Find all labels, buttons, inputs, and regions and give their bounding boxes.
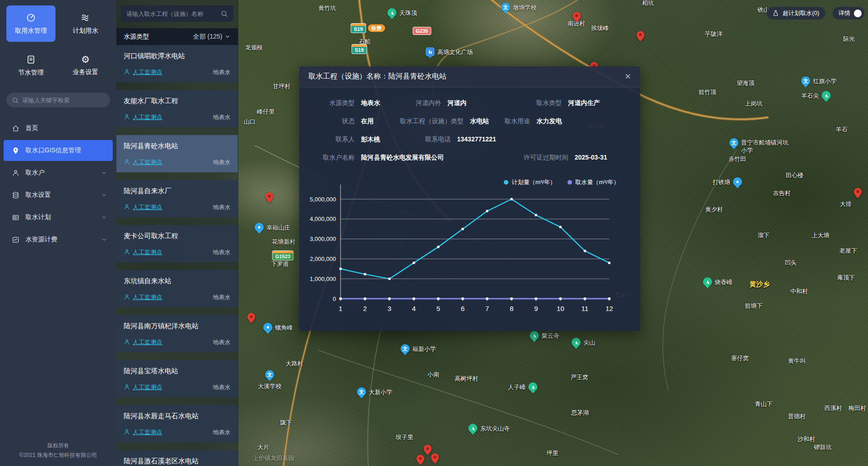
data-point-marker [486,210,488,212]
search-icon[interactable] [221,10,228,17]
manual-monitor-link[interactable]: 人工监测点 [124,248,162,256]
red-pin-marker[interactable] [637,31,644,41]
facility-list-item[interactable]: 东坑镇自来水站人工监测点地表水 [116,270,238,307]
map-marker-blue[interactable]: 幸福山庄 [255,223,264,236]
facility-search-input[interactable] [126,10,221,17]
facility-list-item[interactable]: 陆河县宝塔水电站人工监测点地表水 [116,360,238,397]
map-place-label: 寨仔窝 [731,354,749,362]
manual-monitor-link[interactable]: 人工监测点 [124,158,162,166]
red-pin-marker[interactable] [573,12,581,22]
data-point-marker [388,278,391,280]
app-window: 黄竹坑相坑铁山南进村挨垅峰芋陂洋际光龙颈根石船甘坪村峰仔里山口望海顶箭竹顶上岗坑… [0,0,868,466]
facility-list-item[interactable]: 陆河县自来水厂人工监测点地表水 [116,180,238,217]
map-place-label: 挨垅峰 [591,24,609,32]
facility-list-item[interactable]: 友能水厂取水工程人工监测点地表水 [116,90,238,127]
map-marker-green[interactable]: 羊石尖 [822,91,831,104]
green-marker-icon [468,424,477,433]
green-marker-icon [528,382,537,391]
facility-list-item[interactable]: 陆河县青砼水电站人工监测点地表水 [116,135,238,172]
user-icon [12,169,20,177]
map-marker-green[interactable]: 人子嶂 [528,382,537,396]
red-pin-marker[interactable] [266,192,273,203]
sidebar-item-5[interactable]: 取水计划 [4,207,113,228]
map-marker-school[interactable]: 文大溪学校 [265,370,274,383]
manual-monitor-link[interactable]: 人工监测点 [124,113,162,121]
red-pin-marker[interactable] [424,445,431,455]
legend-item[interactable]: 计划量（m³/年） [504,178,556,186]
map-marker-school[interactable]: 文墩塘学校 [501,3,510,16]
map-marker-culture[interactable]: 高塘文化广场 [426,47,435,60]
module-button-3[interactable]: 节水管理 [6,47,55,84]
filter-label: 水源类型 [124,33,149,41]
marker-label: 螺角峰 [275,324,293,332]
manual-monitor-link[interactable]: 人工监测点 [124,383,162,391]
module-label: 业务设置 [73,68,98,76]
plan-icon [12,214,20,221]
modal-field-row: 取水户名称陆河县青砼水电发展有限公司许可证过期时间2025-03-31 [311,154,628,162]
detail-toggle-knob[interactable] [854,10,862,17]
field-label: 取水用途 [505,117,537,125]
map-marker-school[interactable]: 文大新小学 [357,387,366,401]
map-place-label: 中和村 [790,287,808,296]
map-marker-green[interactable]: 天珠顶 [387,8,396,21]
sidebar-item-3[interactable]: 取水户 [4,162,113,183]
field-value: 河道内 [447,99,467,107]
facility-name: 陆河县南万镇杞洋水电站 [124,322,231,331]
marker-tail [428,56,432,60]
map-marker-green[interactable]: 东坑尖山寺 [468,424,477,437]
manual-monitor-link[interactable]: 人工监测点 [124,203,162,211]
detail-toggle[interactable]: 详情 [833,7,864,20]
marker-tail [705,286,710,291]
map-marker-school[interactable]: 文红旗小学 [801,76,810,90]
sidebar-item-2[interactable]: 取水口GIS信息管理 [4,140,113,161]
water-source-type: 地表水 [213,428,231,436]
map-marker-blue[interactable]: 螺角峰 [263,323,272,336]
map-marker-green[interactable]: 尖山 [572,338,581,351]
sidebar: 取用水管理计划用水节水管理⚙业务设置 首页取水口GIS信息管理取水户取水设置取水… [0,0,116,466]
modal-field: 水源类型地表水 [311,99,416,107]
module-button-4[interactable]: ⚙业务设置 [61,47,110,84]
chart-tick-label: 3 [387,305,391,312]
facility-name: 河口镇唱歌潭水电站 [124,52,231,60]
map-place-label: 大路村 [286,360,303,368]
modal-title: 取水工程（设施）名称：陆河县青砼水电站 [308,72,447,81]
manual-monitor-link[interactable]: 人工监测点 [124,293,162,301]
sidebar-item-4[interactable]: 取水设置 [4,185,113,205]
green-marker-icon [530,331,539,340]
manual-monitor-link[interactable]: 人工监测点 [124,68,162,76]
monitor-label: 人工监测点 [133,248,162,256]
map-marker-green[interactable]: 聚云寺 [530,331,539,344]
map-marker-green[interactable]: 烧香嶂 [703,277,712,291]
facility-list-item[interactable]: 河口镇唱歌潭水电站人工监测点地表水 [116,45,238,82]
keyword-search-input[interactable] [22,97,105,104]
facility-list-item[interactable]: 陆河县激石溪老区水电站人工监测点地表水 [116,450,238,466]
chart-tick-label: 11 [581,305,588,312]
manual-monitor-link[interactable]: 人工监测点 [124,338,162,346]
blue-marker-icon [263,323,272,332]
facility-list-item[interactable]: 陆河县水唇走马石水电站人工监测点地表水 [116,405,238,442]
sidebar-item-1[interactable]: 首页 [4,118,113,139]
red-pin-marker[interactable] [416,455,424,465]
map-marker-school[interactable]: 文福新小学 [401,344,410,357]
map-marker-school[interactable]: 文普宁市船埔镇河坑小学 [729,138,738,151]
map-marker-blue[interactable]: 打铁塘 [733,177,742,190]
water-source-type: 地表水 [213,158,231,166]
manual-monitor-link[interactable]: 人工监测点 [124,428,162,436]
filter-value-dropdown[interactable]: 全部 (125) [193,33,231,41]
red-pin-marker[interactable] [431,453,439,464]
module-button-1[interactable]: 取用水管理 [6,5,55,42]
red-pin-marker[interactable] [854,188,862,198]
module-button-2[interactable]: 计划用水 [61,5,110,42]
modal-field-row: 联系人彭木桃联系电话13432771221 [311,135,628,144]
facility-list-item[interactable]: 麦卡公司取水工程人工监测点地表水 [116,225,238,262]
red-pin-marker[interactable] [247,313,255,323]
chart-tick-label: 4 [412,305,416,312]
close-icon[interactable]: ✕ [625,73,631,80]
map-place-label: 大排 [840,200,852,208]
gear-icon: ⚙ [81,55,90,64]
facility-list-item[interactable]: 陆河县南万镇杞洋水电站人工监测点地表水 [116,315,238,352]
over-plan-intake-button[interactable]: 超计划取水(0) [767,7,825,20]
sidebar-item-6[interactable]: 水资源计费 [4,229,113,250]
legend-item[interactable]: 取水量（m³/年） [567,178,619,186]
facility-name: 陆河县青砼水电站 [124,142,231,150]
